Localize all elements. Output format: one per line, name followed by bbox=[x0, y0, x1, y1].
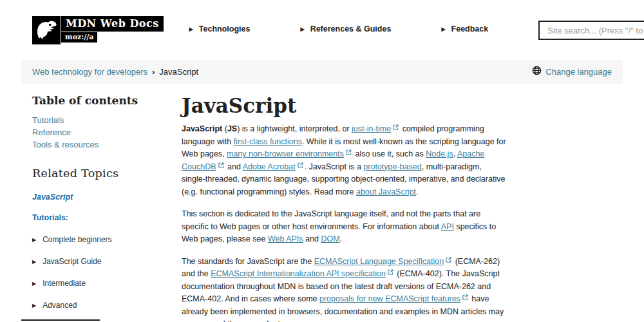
mdn-logo[interactable]: MDN Web Docs moz://a bbox=[32, 16, 164, 44]
inline-link[interactable]: DOM bbox=[321, 234, 339, 243]
nav-label: References & Guides bbox=[310, 24, 392, 33]
caret-right-icon: ▶ bbox=[32, 303, 36, 308]
bold-text: JavaScript bbox=[182, 124, 222, 133]
toc-link-reference[interactable]: Reference bbox=[32, 126, 182, 138]
toc-link-tools-resources[interactable]: Tools & resources bbox=[32, 138, 182, 151]
sidebar-item-label: Advanced bbox=[43, 301, 77, 310]
site-header: MDN Web Docs moz://a ▶ Technologies ▶ Re… bbox=[0, 0, 644, 44]
sidebar: Table of contents Tutorials Reference To… bbox=[21, 84, 182, 322]
nav-feedback[interactable]: ▶ Feedback bbox=[441, 24, 488, 33]
external-link-icon bbox=[298, 162, 303, 168]
page-title: JavaScript bbox=[182, 94, 507, 117]
external-link-icon bbox=[462, 294, 468, 300]
external-link-icon bbox=[393, 124, 399, 130]
bold-text: JS bbox=[227, 124, 237, 133]
external-link-icon bbox=[346, 149, 352, 155]
inline-link[interactable]: just-in-time bbox=[352, 124, 391, 133]
toc-heading: Table of contents bbox=[32, 94, 182, 107]
sidebar-item-label: Complete beginners bbox=[43, 235, 111, 244]
caret-right-icon: ▶ bbox=[441, 26, 445, 32]
mdn-dino-icon bbox=[32, 16, 61, 44]
logo-text: MDN Web Docs moz://a bbox=[61, 16, 164, 44]
sidebar-item-advanced[interactable]: ▶ Advanced bbox=[32, 301, 182, 310]
inline-link[interactable]: about JavaScript bbox=[356, 187, 416, 196]
content-area: Table of contents Tutorials Reference To… bbox=[0, 84, 644, 322]
sidebar-item-label: JavaScript Guide bbox=[43, 257, 101, 266]
inline-link[interactable]: API bbox=[441, 222, 454, 231]
nav-label: Technologies bbox=[199, 24, 251, 33]
caret-right-icon: ▶ bbox=[300, 26, 304, 32]
sidebar-item-intermediate[interactable]: ▶ Intermediate bbox=[32, 279, 182, 288]
external-link-icon bbox=[446, 257, 451, 263]
section-paragraph: This section is dedicated to the JavaScr… bbox=[182, 208, 507, 246]
inline-link[interactable]: first-class functions bbox=[234, 137, 302, 146]
site-search bbox=[538, 21, 644, 40]
chevron-right-icon: › bbox=[152, 67, 155, 77]
external-link-icon bbox=[388, 269, 393, 275]
inline-link[interactable]: proposals for new ECMAScript features bbox=[319, 294, 460, 303]
standards-paragraph: The standards for JavaScript are the ECM… bbox=[182, 256, 507, 322]
inline-link[interactable]: Node.js bbox=[426, 149, 453, 158]
main-nav: ▶ Technologies ▶ References & Guides ▶ F… bbox=[189, 24, 539, 33]
caret-right-icon: ▶ bbox=[32, 259, 36, 265]
nav-label: Feedback bbox=[451, 24, 489, 33]
breadcrumb-current: JavaScript bbox=[159, 67, 198, 77]
inline-link[interactable]: ECMAScript Language Specification bbox=[314, 257, 444, 266]
inline-link[interactable]: many non-browser environments bbox=[227, 149, 344, 158]
inline-link[interactable]: Adobe Acrobat bbox=[243, 162, 296, 171]
sidebar-item-javascript-guide[interactable]: ▶ JavaScript Guide bbox=[32, 257, 182, 266]
caret-right-icon: ▶ bbox=[32, 281, 36, 287]
nav-references-guides[interactable]: ▶ References & Guides bbox=[300, 24, 391, 33]
inline-link[interactable]: ECMAScript Internationalization API spec… bbox=[211, 269, 386, 278]
intro-paragraph: JavaScript (JS) is a lightweight, interp… bbox=[182, 123, 507, 198]
mdn-page: MDN Web Docs moz://a ▶ Technologies ▶ Re… bbox=[0, 0, 644, 322]
change-language-button[interactable]: Change language bbox=[532, 66, 612, 78]
search-input[interactable] bbox=[546, 25, 644, 36]
toc-link-tutorials[interactable]: Tutorials bbox=[32, 114, 182, 126]
related-tutorials-label[interactable]: Tutorials: bbox=[32, 213, 182, 222]
nav-technologies[interactable]: ▶ Technologies bbox=[189, 24, 251, 33]
change-language-label: Change language bbox=[545, 67, 612, 77]
related-javascript-link[interactable]: JavaScript bbox=[32, 193, 73, 202]
logo-title: MDN Web Docs bbox=[61, 16, 164, 32]
sidebar-item-label: Intermediate bbox=[43, 279, 86, 288]
globe-icon bbox=[532, 66, 542, 78]
sidebar-item-complete-beginners[interactable]: ▶ Complete beginners bbox=[32, 235, 182, 244]
breadcrumb-parent-link[interactable]: Web technology for developers bbox=[32, 67, 147, 77]
divider bbox=[21, 319, 100, 321]
article: JavaScript JavaScript (JS) is a lightwei… bbox=[182, 84, 507, 322]
external-link-icon bbox=[218, 162, 224, 168]
logo-subtitle: moz://a bbox=[61, 32, 97, 43]
inline-link[interactable]: prototype-based bbox=[363, 162, 421, 171]
related-topics-heading: Related Topics bbox=[32, 167, 182, 180]
caret-right-icon: ▶ bbox=[32, 237, 36, 243]
caret-right-icon: ▶ bbox=[189, 26, 193, 32]
breadcrumb-bar: Web technology for developers › JavaScri… bbox=[21, 60, 623, 84]
breadcrumb: Web technology for developers › JavaScri… bbox=[32, 67, 198, 77]
inline-link[interactable]: Web APIs bbox=[268, 234, 303, 243]
